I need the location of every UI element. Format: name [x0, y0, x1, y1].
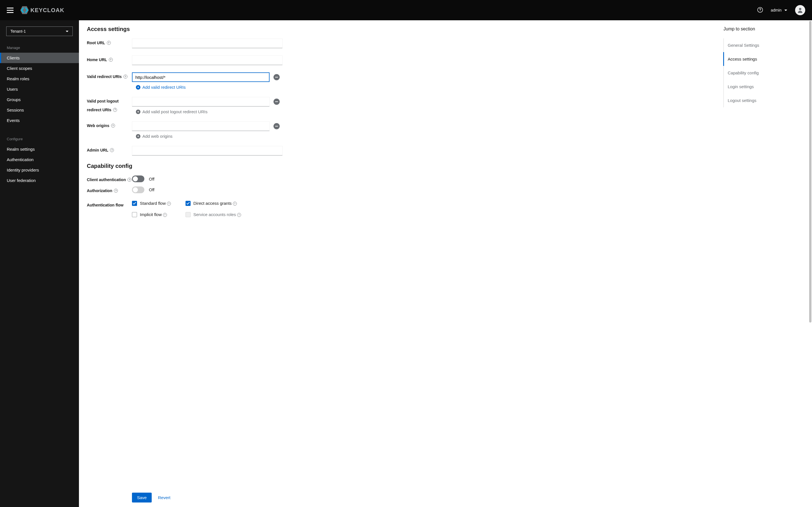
root-url-label: Root URL	[87, 40, 105, 48]
add-web-origins-button[interactable]: + Add web origins	[136, 134, 283, 138]
auth-flow-label: Authentication flow	[87, 203, 123, 217]
web-origins-label: Web origins	[87, 123, 109, 138]
standard-flow-label: Standard flow	[140, 201, 166, 206]
svg-point-5	[799, 8, 801, 10]
valid-redirect-input[interactable]	[132, 72, 269, 82]
sidebar-item-clients[interactable]: Clients	[0, 53, 79, 63]
help-icon[interactable]: ?	[109, 58, 113, 62]
save-button[interactable]: Save	[132, 493, 152, 503]
implicit-flow-label: Implicit flow	[140, 212, 162, 217]
realm-selector-dropdown[interactable]: Tenant-1	[6, 26, 73, 36]
help-icon[interactable]: ?	[107, 41, 111, 45]
help-icon[interactable]: ?	[163, 213, 167, 217]
header-bar: KEYCLOAK admin	[0, 0, 812, 20]
client-auth-state: Off	[149, 177, 154, 181]
root-url-input[interactable]	[132, 39, 283, 48]
jump-item-general[interactable]: General Settings	[724, 38, 801, 52]
svg-rect-8	[275, 126, 278, 126]
help-icon[interactable]: ?	[110, 148, 114, 152]
realm-selected-value: Tenant-1	[10, 29, 26, 34]
service-accounts-label: Service accounts roles	[193, 212, 236, 217]
jump-item-logout[interactable]: Logout settings	[724, 94, 801, 107]
valid-redirect-label: Valid redirect URIs	[87, 74, 122, 90]
caret-down-icon	[66, 31, 68, 32]
section-title-capability: Capability config	[87, 163, 708, 169]
svg-rect-6	[275, 77, 278, 77]
home-url-label: Home URL	[87, 57, 107, 65]
admin-url-input[interactable]	[132, 146, 283, 156]
check-icon	[133, 202, 136, 205]
remove-web-origin-button[interactable]	[273, 123, 280, 129]
help-icon[interactable]	[757, 7, 763, 13]
logo[interactable]: KEYCLOAK	[20, 6, 64, 14]
svg-point-4	[760, 11, 760, 11]
user-menu-label: admin	[771, 8, 781, 12]
svg-rect-7	[275, 101, 278, 102]
check-icon	[186, 202, 190, 205]
help-icon[interactable]: ?	[128, 178, 132, 182]
sidebar-item-authentication[interactable]: Authentication	[0, 154, 79, 165]
sidebar-item-groups[interactable]: Groups	[0, 94, 79, 105]
nav-section-title-manage: Manage	[0, 43, 79, 53]
sidebar-item-sessions[interactable]: Sessions	[0, 105, 79, 115]
valid-post-logout-label-2: redirect URIs	[87, 107, 111, 113]
caret-down-icon	[784, 10, 787, 11]
web-origins-input[interactable]	[132, 121, 269, 131]
help-icon[interactable]: ?	[113, 108, 117, 112]
jump-to-section-nav: Jump to section General Settings Access …	[716, 20, 809, 507]
remove-redirect-uri-button[interactable]	[273, 74, 280, 80]
help-icon[interactable]: ?	[233, 202, 237, 206]
authorization-label: Authorization	[87, 188, 112, 193]
help-icon[interactable]: ?	[167, 202, 171, 206]
client-auth-label: Client authentication	[87, 177, 126, 182]
hamburger-menu-button[interactable]	[7, 7, 13, 13]
jump-item-login[interactable]: Login settings	[724, 80, 801, 94]
sidebar-item-events[interactable]: Events	[0, 115, 79, 126]
sidebar-item-users[interactable]: Users	[0, 84, 79, 94]
valid-post-logout-input[interactable]	[132, 97, 269, 107]
sidebar: Tenant-1 Manage Clients Client scopes Re…	[0, 20, 79, 507]
help-icon[interactable]: ?	[111, 124, 115, 128]
home-url-input[interactable]	[132, 55, 283, 65]
help-icon[interactable]: ?	[123, 75, 128, 78]
authorization-toggle	[132, 186, 144, 193]
service-accounts-checkbox	[186, 212, 191, 217]
sidebar-item-realm-settings[interactable]: Realm settings	[0, 144, 79, 154]
jump-item-capability[interactable]: Capability config	[724, 66, 801, 80]
sidebar-item-user-federation[interactable]: User federation	[0, 175, 79, 186]
sidebar-item-realm-roles[interactable]: Realm roles	[0, 73, 79, 84]
remove-post-logout-uri-button[interactable]	[273, 99, 280, 105]
direct-access-checkbox[interactable]	[186, 201, 191, 206]
client-auth-toggle[interactable]	[132, 175, 144, 182]
jump-item-access[interactable]: Access settings	[723, 52, 801, 66]
sidebar-item-identity-providers[interactable]: Identity providers	[0, 165, 79, 175]
valid-post-logout-label-1: Valid post logout	[87, 99, 119, 106]
add-valid-redirect-button[interactable]: + Add valid redirect URIs	[136, 85, 283, 90]
keycloak-logo-icon	[20, 6, 29, 14]
avatar[interactable]	[795, 5, 805, 15]
minus-icon	[275, 77, 278, 77]
form-scroll-area: Access settings Root URL ?	[79, 20, 716, 488]
section-title-access: Access settings	[87, 26, 708, 33]
revert-button[interactable]: Revert	[158, 493, 170, 503]
authorization-state: Off	[149, 187, 154, 192]
scrollbar-thumb[interactable]	[809, 21, 811, 323]
admin-url-label: Admin URL	[87, 148, 108, 156]
nav-section-title-configure: Configure	[0, 134, 79, 144]
minus-icon	[275, 126, 278, 126]
user-menu-button[interactable]: admin	[771, 8, 787, 12]
form-footer: Save Revert	[87, 488, 708, 507]
direct-access-label: Direct access grants	[193, 201, 232, 206]
help-icon[interactable]: ?	[237, 213, 241, 217]
add-post-logout-uri-button[interactable]: + Add valid post logout redirect URIs	[136, 109, 283, 114]
plus-circle-icon: +	[136, 134, 140, 138]
jump-title: Jump to section	[723, 26, 801, 32]
scrollbar-track[interactable]	[809, 20, 812, 507]
minus-icon	[275, 101, 278, 102]
standard-flow-checkbox[interactable]	[132, 201, 137, 206]
logo-text: KEYCLOAK	[31, 7, 64, 13]
help-icon[interactable]: ?	[114, 189, 118, 193]
sidebar-item-client-scopes[interactable]: Client scopes	[0, 63, 79, 73]
plus-circle-icon: +	[136, 110, 140, 114]
implicit-flow-checkbox[interactable]	[132, 212, 137, 217]
